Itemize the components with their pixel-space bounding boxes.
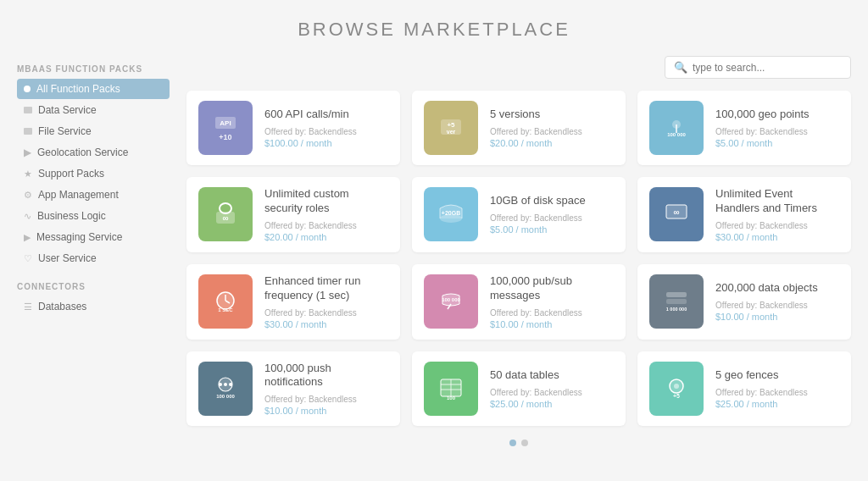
search-box[interactable]: 🔍 <box>665 56 851 79</box>
svg-text:+20GB: +20GB <box>442 210 460 216</box>
card-title: 100,000 push notifications <box>264 362 388 390</box>
svg-text:100: 100 <box>447 395 456 400</box>
card-price: $20.00 / month <box>264 232 388 242</box>
svg-text:1 SEC: 1 SEC <box>218 307 233 312</box>
card-icon-push: 100 000 <box>198 362 253 416</box>
card-disk[interactable]: +20GB 10GB of disk space Offered by: Bac… <box>412 177 626 252</box>
active-dot-icon <box>24 86 31 92</box>
cards-grid: API +10 600 API calls/min Offered by: Ba… <box>186 91 851 426</box>
card-tables[interactable]: 100 50 data tables Offered by: Backendle… <box>412 351 626 427</box>
page-dot-2[interactable] <box>521 440 528 446</box>
card-title: Unlimited custom security roles <box>264 187 388 216</box>
sidebar-item-label: Support Packs <box>38 168 104 180</box>
card-title: 5 versions <box>490 108 614 122</box>
card-api-calls[interactable]: API +10 600 API calls/min Offered by: Ba… <box>186 91 400 165</box>
pagination <box>186 440 851 446</box>
connectors-section-title: CONNECTORS <box>17 282 170 291</box>
sidebar-item-messaging[interactable]: ▶ Messaging Service <box>17 227 170 247</box>
sidebar-item-support[interactable]: ★ Support Packs <box>17 163 170 184</box>
sidebar-item-file-service[interactable]: File Service <box>17 121 170 141</box>
sidebar-item-label: All Function Packs <box>36 83 120 95</box>
card-title: 200,000 data objects <box>715 281 839 296</box>
card-icon-versions: +5ver <box>424 101 478 155</box>
sidebar-item-data-service[interactable]: Data Service <box>17 100 170 120</box>
svg-text:1 000 000: 1 000 000 <box>666 307 687 312</box>
sidebar-item-user[interactable]: ♡ User Service <box>17 248 170 268</box>
card-price: $30.00 / month <box>264 319 388 329</box>
sidebar-item-databases[interactable]: ☰ Databases <box>17 296 170 317</box>
gear-icon: ⚙ <box>24 190 32 201</box>
card-price: $100.00 / month <box>264 138 388 148</box>
svg-text:∞: ∞ <box>673 207 679 217</box>
svg-point-25 <box>224 383 227 386</box>
card-offered: Offered by: Backendless <box>490 308 614 318</box>
card-title: 5 geo fences <box>715 368 839 383</box>
svg-text:100 000: 100 000 <box>216 394 235 399</box>
card-fences[interactable]: +5 5 geo fences Offered by: Backendless … <box>637 351 851 427</box>
star-icon: ★ <box>24 169 32 180</box>
sidebar-item-geolocation[interactable]: ▶ Geolocation Service <box>17 142 170 163</box>
card-offered: Offered by: Backendless <box>264 308 388 318</box>
card-icon-pubsub: 100 000 <box>424 274 478 329</box>
svg-text:100 000: 100 000 <box>667 132 686 137</box>
card-offered: Offered by: Backendless <box>264 221 388 230</box>
content-area: 🔍 API +10 600 API calls/min Offered by: … <box>186 56 851 464</box>
card-icon-security: ∞ <box>198 187 253 241</box>
card-pubsub[interactable]: 100 000 100,000 pub/sub messages Offered… <box>412 264 626 340</box>
card-icon-api: API +10 <box>198 101 253 155</box>
page-title: BROWSE MARKETPLACE <box>0 0 868 56</box>
card-icon-fences: +5 <box>649 362 704 416</box>
card-price: $10.00 / month <box>715 312 839 322</box>
card-title: 50 data tables <box>490 368 614 383</box>
card-security-roles[interactable]: ∞ Unlimited custom security roles Offere… <box>186 177 400 252</box>
sidebar-item-label: User Service <box>38 252 97 264</box>
svg-text:+5: +5 <box>447 121 455 129</box>
card-offered: Offered by: Backendless <box>715 127 839 136</box>
sidebar-item-label: Business Logic <box>37 210 106 222</box>
card-offered: Offered by: Backendless <box>490 127 614 136</box>
sidebar-item-business-logic[interactable]: ∿ Business Logic <box>17 206 170 226</box>
sidebar-item-app-mgmt[interactable]: ⚙ App Management <box>17 185 170 205</box>
sidebar-item-label: App Management <box>38 189 119 201</box>
sidebar: MBAAS FUNCTION PACKS All Function Packs … <box>17 56 170 464</box>
card-price: $5.00 / month <box>490 224 614 235</box>
card-offered: Offered by: Backendless <box>715 301 839 310</box>
card-price: $5.00 / month <box>715 138 839 148</box>
sidebar-item-all-function-packs[interactable]: All Function Packs <box>17 79 170 99</box>
search-input[interactable] <box>693 62 842 74</box>
card-versions[interactable]: +5ver 5 versions Offered by: Backendless… <box>412 91 626 165</box>
svg-text:API: API <box>220 119 231 127</box>
card-title: 100,000 pub/sub messages <box>490 274 614 303</box>
search-icon: 🔍 <box>674 61 687 74</box>
geo-icon: ▶ <box>24 147 31 158</box>
card-icon-data-objects: 1 000 000 <box>649 274 704 329</box>
card-push[interactable]: 100 000 100,000 push notifications Offer… <box>186 351 400 427</box>
card-price: $20.00 / month <box>490 138 614 148</box>
card-event-handlers[interactable]: ∞ Unlimited Event Handlers and Timers Of… <box>637 177 851 252</box>
card-data-objects[interactable]: 1 000 000 200,000 data objects Offered b… <box>637 264 851 340</box>
user-icon: ♡ <box>24 253 32 264</box>
card-icon-geo: 100 000 <box>649 101 704 155</box>
page-dot-1[interactable] <box>509 440 516 446</box>
svg-text:100 000: 100 000 <box>442 297 460 302</box>
messaging-icon: ▶ <box>24 232 31 243</box>
sidebar-item-label: Geolocation Service <box>37 147 128 158</box>
card-offered: Offered by: Backendless <box>490 388 614 397</box>
data-icon <box>24 107 32 113</box>
card-title: Unlimited Event Handlers and Timers <box>715 187 839 216</box>
card-geo-points[interactable]: 100 000 100,000 geo points Offered by: B… <box>637 91 851 165</box>
sidebar-item-label: Messaging Service <box>36 231 122 243</box>
file-icon <box>24 128 32 135</box>
card-title: 10GB of disk space <box>490 194 614 208</box>
card-offered: Offered by: Backendless <box>490 213 614 223</box>
card-offered: Offered by: Backendless <box>715 221 839 230</box>
card-offered: Offered by: Backendless <box>264 395 388 404</box>
card-icon-handlers: ∞ <box>649 187 704 241</box>
card-offered: Offered by: Backendless <box>715 388 839 397</box>
sidebar-item-label: File Service <box>38 125 92 137</box>
svg-point-34 <box>674 384 679 389</box>
svg-text:ver: ver <box>447 129 456 135</box>
content-header: 🔍 <box>186 56 851 79</box>
sidebar-item-label: Data Service <box>38 104 97 116</box>
card-timer[interactable]: 1 SEC Enhanced timer run frequency (1 se… <box>186 264 400 340</box>
